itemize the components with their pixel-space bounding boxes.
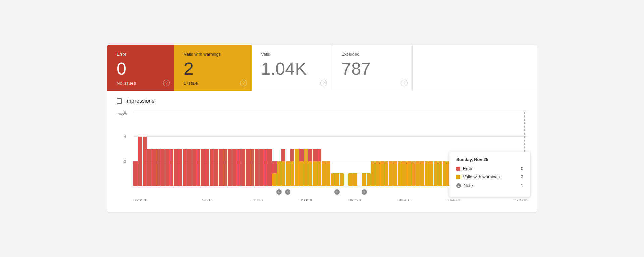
bar-group <box>340 112 344 186</box>
valid-card-label: Valid <box>261 52 322 57</box>
x-axis: 8/28/18 9/8/18 9/19/18 9/30/18 10/12/18 … <box>133 198 527 202</box>
bar-group: 1 <box>277 112 281 186</box>
bar-group <box>393 112 397 186</box>
bar-group <box>192 112 196 186</box>
bar-group <box>214 112 218 186</box>
x-tick-1: 8/28/18 <box>133 198 183 202</box>
bar-yellow <box>322 161 326 186</box>
tooltip-note-icon: 1 <box>456 183 461 188</box>
bar-group: 1 <box>286 112 290 186</box>
bar-red <box>183 149 187 186</box>
bar-red <box>219 149 223 186</box>
bar-group <box>375 112 379 186</box>
bar-group <box>331 112 335 186</box>
bar-red <box>133 161 138 186</box>
bar-yellow <box>375 161 379 186</box>
bar-group <box>259 112 263 186</box>
note-marker: 1 <box>334 189 340 195</box>
bar-yellow <box>313 161 317 186</box>
chart-title: Impressions <box>125 98 154 104</box>
bar-red <box>169 149 173 186</box>
bar-group <box>308 112 312 186</box>
bar-yellow <box>272 173 276 186</box>
main-container: Error 0 No issues ? Valid with warnings … <box>107 45 537 212</box>
bar-group <box>133 112 138 186</box>
bar-red <box>214 149 218 186</box>
bar-yellow <box>304 149 308 186</box>
bar-red <box>232 149 236 186</box>
tooltip-error-row: Error 0 <box>456 166 523 171</box>
bar-group <box>434 112 438 186</box>
bar-group <box>326 112 330 186</box>
warnings-card: Valid with warnings 2 1 issue ? <box>174 45 252 91</box>
bar-yellow <box>438 161 442 186</box>
bar-yellow <box>411 161 415 186</box>
bar-yellow <box>393 161 397 186</box>
status-cards: Error 0 No issues ? Valid with warnings … <box>107 45 537 91</box>
bar-group: 1 <box>335 112 339 186</box>
help-icon-warnings[interactable]: ? <box>240 80 247 86</box>
bar-red <box>210 149 214 186</box>
bar-group <box>205 112 209 186</box>
bar-yellow <box>348 173 353 186</box>
bar-red <box>196 149 200 186</box>
bar-group <box>281 112 285 186</box>
chart-section: Impressions Pages 6 4 2 111 <box>107 91 537 212</box>
bar-group <box>250 112 254 186</box>
bar-red <box>147 149 151 186</box>
bar-group <box>295 112 299 186</box>
bar-group <box>402 112 407 186</box>
valid-card-number: 1.04K <box>261 59 322 79</box>
bar-group <box>322 112 326 186</box>
bar-red <box>241 149 245 186</box>
excluded-card-label: Excluded <box>341 52 403 57</box>
chart-tooltip: Sunday, Nov 25 Error 0 Valid with warnin… <box>449 152 530 197</box>
bar-group <box>358 112 362 186</box>
bar-red <box>160 149 164 186</box>
help-icon-valid[interactable]: ? <box>320 80 327 86</box>
bar-group <box>228 112 232 186</box>
help-icon-excluded[interactable]: ? <box>401 80 408 86</box>
bar-yellow <box>277 161 281 186</box>
bar-group <box>156 112 160 186</box>
bar-group <box>268 112 272 186</box>
x-tick-4: 9/30/18 <box>281 198 330 202</box>
bar-group <box>196 112 200 186</box>
error-card-label: Error <box>117 52 165 57</box>
bar-red <box>138 137 142 186</box>
bar-yellow <box>317 161 321 186</box>
bar-red <box>250 149 254 186</box>
bar-group <box>348 112 353 186</box>
bar-yellow <box>407 161 411 186</box>
bar-yellow <box>326 161 330 186</box>
bar-red <box>223 149 227 186</box>
help-icon-error[interactable]: ? <box>163 80 170 86</box>
bar-group <box>147 112 151 186</box>
bar-yellow <box>380 161 384 186</box>
bar-yellow <box>290 161 294 186</box>
bar-yellow <box>331 173 335 186</box>
bar-group <box>165 112 169 186</box>
bar-yellow <box>367 173 371 186</box>
bar-red <box>268 149 272 186</box>
bar-red <box>308 149 312 161</box>
bar-group <box>183 112 187 186</box>
bar-group <box>344 112 348 186</box>
tooltip-warnings-row: Valid with warnings 2 <box>456 174 523 179</box>
bar-group <box>151 112 155 186</box>
bar-yellow <box>402 161 407 186</box>
bar-yellow <box>425 161 429 186</box>
bar-yellow <box>420 161 424 186</box>
bar-red <box>299 149 303 161</box>
error-card-sublabel: No issues <box>117 81 165 86</box>
bar-group <box>290 112 294 186</box>
impressions-checkbox[interactable] <box>117 98 122 104</box>
bar-group <box>380 112 384 186</box>
bar-group <box>425 112 429 186</box>
bar-yellow <box>308 161 312 186</box>
bar-group <box>223 112 227 186</box>
excluded-card: Excluded 787 ? <box>332 45 413 91</box>
bar-yellow <box>429 161 433 186</box>
excluded-card-number: 787 <box>341 59 403 79</box>
bar-group <box>416 112 420 186</box>
